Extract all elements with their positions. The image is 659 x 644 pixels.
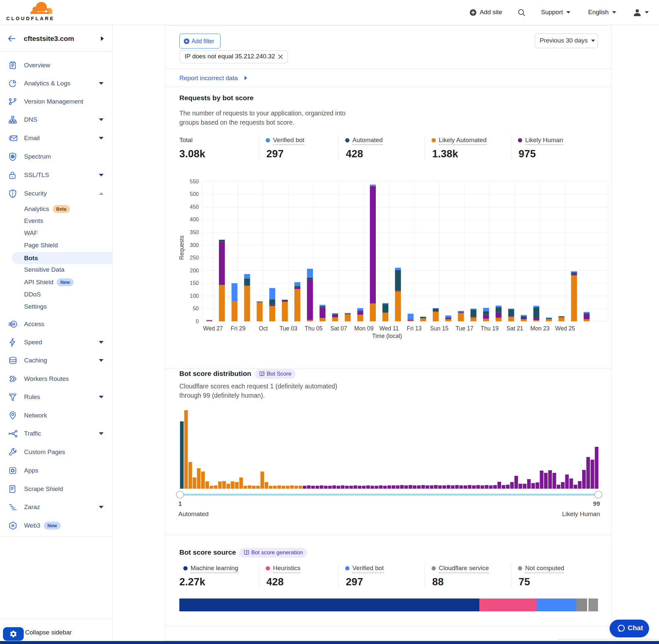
svg-text:350: 350	[190, 229, 199, 235]
svg-text:Likely Human: Likely Human	[562, 510, 600, 518]
svg-text:50: 50	[193, 305, 199, 311]
svg-text:CLOUDFLARE: CLOUDFLARE	[6, 16, 55, 21]
svg-text:500: 500	[190, 191, 199, 197]
svg-text:Tue 03: Tue 03	[280, 325, 297, 332]
svg-text:Sun 15: Sun 15	[430, 325, 448, 332]
svg-text:Sat 07: Sat 07	[330, 325, 347, 332]
svg-text:Wed 25: Wed 25	[555, 325, 575, 332]
svg-text:Mon 09: Mon 09	[354, 325, 374, 332]
svg-text:Tue 17: Tue 17	[455, 325, 473, 332]
svg-text:Wed 27: Wed 27	[203, 325, 223, 332]
svg-text:400: 400	[190, 216, 199, 222]
svg-text:Fri 29: Fri 29	[231, 325, 245, 332]
svg-text:Oct: Oct	[259, 325, 268, 332]
svg-text:Requests: Requests	[178, 235, 185, 260]
svg-text:100: 100	[190, 293, 199, 299]
svg-text:450: 450	[190, 204, 199, 210]
svg-text:1: 1	[178, 500, 182, 507]
svg-text:Sat 21: Sat 21	[507, 325, 523, 332]
svg-text:250: 250	[190, 255, 199, 260]
svg-text:99: 99	[593, 500, 600, 507]
svg-text:Mon 23: Mon 23	[531, 325, 549, 332]
svg-text:Automated: Automated	[178, 510, 209, 518]
svg-text:Thu 05: Thu 05	[305, 325, 323, 332]
svg-text:300: 300	[190, 242, 199, 248]
svg-text:Time (local): Time (local)	[372, 333, 402, 339]
svg-text:150: 150	[190, 280, 199, 286]
svg-text:550: 550	[190, 178, 199, 184]
svg-text:Thu 19: Thu 19	[481, 325, 498, 332]
svg-text:Wed 11: Wed 11	[379, 325, 399, 332]
svg-text:200: 200	[190, 268, 199, 273]
svg-text:Fri 13: Fri 13	[407, 325, 422, 332]
svg-text:0: 0	[196, 318, 199, 324]
